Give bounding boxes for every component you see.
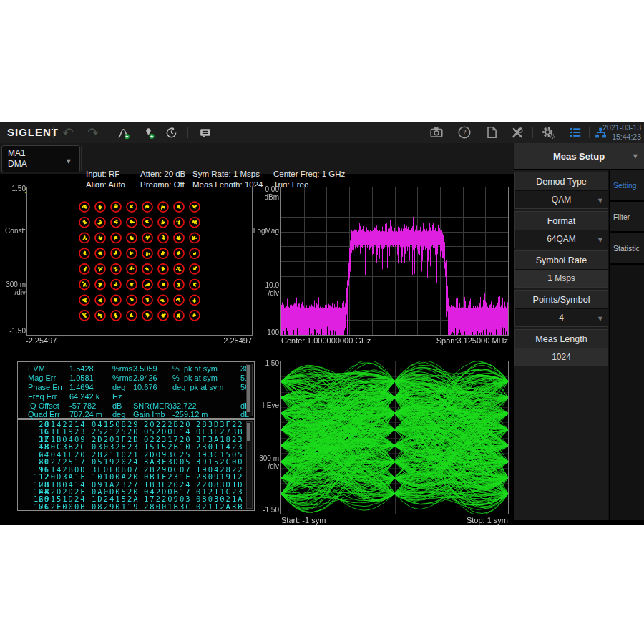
p1-ymin-label: -1.50 — [0, 328, 26, 335]
p4-perdiv-label: 300 m — [252, 455, 279, 462]
undo-icon[interactable]: ↶ — [59, 123, 77, 142]
divider — [109, 127, 109, 138]
chevron-down-icon: ▼ — [598, 237, 602, 243]
chevron-down-icon: ▼ — [598, 197, 602, 204]
p4-start-label: Start: -1 sym — [281, 517, 326, 525]
symerr-row: Freq Err64.242 kHz — [18, 392, 245, 401]
points-per-symbol-dropdown[interactable]: 4 ▼ — [515, 308, 608, 326]
p4-ymin-label: -1.50 — [252, 507, 279, 514]
divider — [135, 146, 135, 171]
p1-ymax-label: 1.50 — [0, 185, 26, 192]
chevron-down-icon: ▼ — [633, 153, 638, 160]
sidebar-tabs: Setting Filter Statistic — [609, 170, 644, 520]
svg-text:?: ? — [462, 128, 467, 137]
demod-type-group: Demod Type QAM ▼ — [514, 172, 608, 209]
meas-length-group: Meas Length 1024 — [514, 329, 608, 366]
symbol-hex-table: 02814221404150B2920222B20283D3F22163C1F1… — [17, 419, 255, 511]
tab-setting[interactable]: Setting — [610, 170, 644, 202]
siglent-logo: SIGLENT — [7, 126, 59, 138]
datetime: 2021-03-13 15:44:23 — [602, 123, 641, 142]
p2-span-label: Span:3.125000 MHz — [401, 337, 508, 345]
divider — [532, 127, 533, 138]
list-icon[interactable] — [566, 123, 585, 142]
p2-ymax-label: 0.00 — [252, 186, 279, 193]
tab-filter[interactable]: Filter — [610, 202, 644, 233]
p2-perdiv-label: 10.0 — [252, 282, 279, 289]
file-icon[interactable] — [482, 123, 501, 142]
symerr-row: Phase Err1.4694deg10.676deg pk at sym567 — [18, 383, 245, 392]
tools-icon[interactable] — [508, 123, 527, 142]
tab-statistic[interactable]: Statistic — [610, 233, 644, 265]
status-field-symrate: Sym Rate: 1 MspsMeas Length: 1024 — [192, 147, 263, 190]
hex-row: 1760C2F000B0829011928001B3C02112A3B — [18, 503, 245, 510]
p4-ylabel: I-Eye — [252, 402, 279, 409]
symbol-rate-label: Symbol Rate — [515, 251, 608, 269]
p4-ymax-label: 1.50 — [252, 360, 279, 367]
divider — [81, 146, 82, 171]
p2-ymin-label: -100 — [252, 329, 279, 336]
annotation-icon[interactable] — [195, 123, 214, 142]
p1-perdiv-label: 300 m — [0, 281, 26, 288]
points-per-symbol-group: Points/Symbol 4 ▼ — [514, 290, 608, 327]
p1-xmax-label: 2.25497 — [180, 337, 252, 345]
p2-yunit-label: dBm — [252, 194, 279, 201]
constellation-plot — [27, 187, 252, 335]
points-per-symbol-label: Points/Symbol — [515, 291, 608, 308]
symerr-row: IQ Offset-57.782dBSNR(MER)32.722dB — [18, 401, 245, 411]
scrollbar-thumb[interactable] — [247, 365, 250, 412]
camera-icon[interactable] — [427, 123, 446, 142]
analyzer-screen: SIGLENT ↶ ↷ ? — [0, 122, 644, 525]
spectrum-plot — [281, 187, 508, 335]
status-field-atten: Atten: 20 dBPreamp: Off — [140, 147, 185, 190]
mode-line1: MA1 — [8, 148, 27, 159]
divider — [53, 127, 54, 138]
format-dropdown[interactable]: 64QAM ▼ — [515, 230, 608, 248]
meas-length-field[interactable]: 1024 — [515, 348, 608, 366]
hex-row: 112120D3A1F10100A200B1F231F28091912 — [18, 473, 245, 480]
demod-type-dropdown[interactable]: QAM ▼ — [515, 190, 608, 208]
p1-div-label: /div — [0, 289, 26, 296]
symbol-rate-field[interactable]: 1 Msps — [515, 269, 608, 287]
demod-type-label: Demod Type — [515, 172, 608, 190]
divider — [187, 127, 188, 138]
symerr-metrics-table: EVM1.5428%rms3.5059% pk at sym38Mag Err1… — [17, 361, 255, 419]
chevron-down-icon: ▼ — [67, 156, 71, 167]
format-group: Format 64QAM ▼ — [514, 211, 608, 248]
symbol-rate-group: Symbol Rate 1 Msps — [514, 250, 608, 288]
scrollbar-thumb[interactable] — [247, 423, 250, 441]
status-bar: MA1 DMA ▼ Input: RFAlign: Auto Atten: 20… — [0, 143, 514, 174]
date-text: 2021-03-13 — [602, 123, 641, 132]
p2-div-label: /div — [252, 290, 279, 297]
eye-diagram-plot — [281, 361, 508, 514]
p1-ylabel: Const: — [0, 228, 26, 235]
divider — [268, 146, 268, 171]
mode-select-dropdown[interactable]: MA1 DMA ▼ — [1, 145, 80, 172]
history-restore-icon[interactable] — [162, 123, 180, 142]
screenshot-canvas: { "toolbar": { "logo": "SIGLENT", "date"… — [0, 0, 644, 644]
sidebar-controls: Demod Type QAM ▼ Format 64QAM ▼ Symbol R… — [514, 170, 608, 520]
divider — [589, 127, 590, 138]
p2-ylabel: LogMag — [252, 228, 279, 235]
symerr-row: Mag Err1.0581%rms2.9426% pk at sym511 — [18, 374, 245, 383]
p1-xmin-label: -2.25497 — [26, 337, 57, 345]
sidebar-meas-setup: Meas Setup ▼ Demod Type QAM ▼ Format 64Q… — [514, 143, 644, 520]
meas-setup-menu[interactable]: Meas Setup ▼ — [514, 143, 644, 170]
settings-gear-icon[interactable] — [539, 123, 557, 142]
symerr-row: Quad Err787.24 mdegGain Imb-259.12 mdB — [18, 410, 245, 419]
redo-icon[interactable]: ↷ — [84, 123, 102, 142]
meas-length-label: Meas Length — [515, 330, 608, 348]
toolbar: SIGLENT ↶ ↷ ? — [0, 122, 644, 143]
marker-add-icon[interactable] — [139, 123, 157, 142]
symerr-row: EVM1.5428%rms3.5059% pk at sym38 — [18, 364, 245, 374]
mode-line2: DMA — [8, 159, 27, 170]
time-text: 15:44:23 — [602, 132, 641, 142]
divider — [187, 146, 187, 171]
chevron-down-icon: ▼ — [598, 316, 602, 322]
p4-div-label: /div — [252, 463, 279, 470]
peak-add-icon[interactable] — [114, 123, 132, 142]
p2-center-freq-label: Center:1.000000000 GHz — [281, 337, 371, 345]
help-icon[interactable]: ? — [455, 123, 474, 142]
p4-stop-label: Stop: 1 sym — [436, 517, 508, 525]
format-label: Format — [515, 212, 608, 230]
